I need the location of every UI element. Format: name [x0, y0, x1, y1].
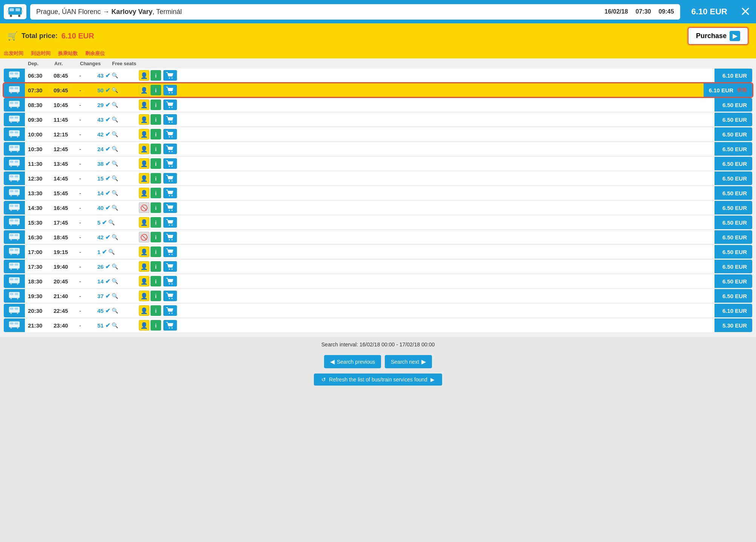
info-icon[interactable]: i	[151, 291, 161, 301]
info-icon[interactable]: i	[151, 247, 161, 257]
info-icon[interactable]: i	[151, 232, 161, 242]
route-row[interactable]: 11:30 13:45 - 38 ✔ 🔍 👤 i 6.50 EUR	[4, 157, 752, 170]
row-arr: 09:45	[54, 87, 79, 93]
check-icon: ✔	[105, 190, 110, 197]
search-icon[interactable]: 🔍	[112, 322, 118, 328]
refresh-label: Refresh the list of bus/train services f…	[329, 377, 427, 383]
search-icon[interactable]: 🔍	[112, 175, 118, 181]
route-row[interactable]: 13:30 15:45 - 14 ✔ 🔍 👤 i 6.50 EUR	[4, 186, 752, 200]
price-annotation: 价格	[737, 87, 747, 93]
info-icon[interactable]: i	[151, 188, 161, 198]
route-row[interactable]: 12:30 14:45 - 15 ✔ 🔍 👤 i 6.50 EUR	[4, 171, 752, 185]
search-icon[interactable]: 🔍	[112, 190, 118, 196]
route-row[interactable]: 16:30 18:45 - 42 ✔ 🔍 🚫 i 6.50 EUR	[4, 230, 752, 244]
search-icon[interactable]: 🔍	[112, 234, 118, 240]
refresh-bar: ↺ Refresh the list of bus/train services…	[0, 371, 756, 388]
search-icon[interactable]: 🔍	[112, 131, 118, 137]
search-icon[interactable]: 🔍	[112, 116, 118, 122]
info-icon[interactable]: i	[151, 114, 161, 125]
search-icon[interactable]: 🔍	[112, 72, 118, 78]
row-bus-icon	[4, 216, 25, 229]
row-actions: 👤 i	[139, 217, 161, 228]
add-to-cart-button[interactable]	[163, 158, 177, 169]
info-icon[interactable]: i	[151, 173, 161, 184]
svg-point-20	[17, 77, 18, 79]
search-icon[interactable]: 🔍	[112, 102, 118, 108]
info-icon[interactable]: i	[151, 158, 161, 169]
header-bar: Prague, ÚAN Florenc → Karlovy Vary, Term…	[0, 0, 756, 23]
search-icon[interactable]: 🔍	[108, 249, 115, 255]
svg-rect-17	[10, 72, 13, 75]
add-to-cart-button[interactable]	[163, 100, 177, 110]
info-icon[interactable]: i	[151, 305, 161, 316]
route-row[interactable]: 21:30 23:40 - 51 ✔ 🔍 👤 i 5.30 EUR	[4, 318, 752, 332]
add-to-cart-button[interactable]	[163, 202, 177, 213]
add-to-cart-button[interactable]	[163, 261, 177, 272]
info-icon[interactable]: i	[151, 129, 161, 139]
purchase-button[interactable]: Purchase ▶	[688, 27, 748, 45]
info-icon[interactable]: i	[151, 276, 161, 286]
route-row[interactable]: 17:00 19:15 - 1 ✔ 🔍 👤 i 6.50 EUR	[4, 245, 752, 259]
svg-point-104	[17, 254, 18, 255]
row-actions: 🚫 i	[139, 202, 161, 213]
search-icon[interactable]: 🔍	[112, 146, 118, 152]
add-to-cart-button[interactable]	[163, 114, 177, 125]
row-price: 6.50 EUR	[715, 201, 752, 214]
close-button[interactable]	[739, 5, 752, 19]
refresh-button[interactable]: ↺ Refresh the list of bus/train services…	[314, 374, 442, 386]
add-to-cart-button[interactable]	[163, 320, 177, 331]
add-to-cart-button[interactable]	[163, 188, 177, 198]
search-icon[interactable]: 🔍	[112, 205, 118, 211]
add-to-cart-button[interactable]	[163, 129, 177, 139]
add-to-cart-button[interactable]	[163, 232, 177, 242]
route-row[interactable]: 09:30 11:45 - 43 ✔ 🔍 👤 i 6.50 EUR	[4, 113, 752, 126]
row-arr: 14:45	[54, 175, 79, 182]
route-row[interactable]: 20:30 22:45 - 45 ✔ 🔍 👤 i 6.10 EUR	[4, 304, 752, 317]
row-main: 12:30 14:45 - 15 ✔ 🔍 👤 i	[25, 171, 715, 185]
add-to-cart-button[interactable]	[163, 217, 177, 228]
info-icon[interactable]: i	[151, 202, 161, 213]
search-icon[interactable]: 🔍	[112, 278, 118, 284]
info-icon[interactable]: i	[151, 100, 161, 110]
info-icon[interactable]: i	[151, 144, 161, 154]
row-changes: -	[79, 102, 97, 108]
add-to-cart-button[interactable]	[163, 247, 177, 257]
info-icon[interactable]: i	[151, 70, 161, 81]
row-actions: 👤 i	[139, 247, 161, 257]
route-row[interactable]: 10:00 12:15 - 42 ✔ 🔍 👤 i 6.50 EUR	[4, 127, 752, 141]
add-to-cart-button[interactable]	[163, 85, 177, 95]
info-icon[interactable]: i	[151, 85, 161, 95]
search-icon[interactable]: 🔍	[112, 308, 118, 314]
route-row[interactable]: 10:30 12:45 - 24 ✔ 🔍 👤 i 6.50 EUR	[4, 142, 752, 156]
svg-point-84	[169, 210, 170, 211]
route-row[interactable]: 17:30 19:40 - 26 ✔ 🔍 👤 i 6.50 EUR	[4, 260, 752, 273]
info-icon[interactable]: i	[151, 320, 161, 331]
route-row[interactable]: 08:30 10:45 - 29 ✔ 🔍 👤 i 6.50 EUR	[4, 98, 752, 112]
route-row[interactable]: 07:30 09:45 - 50 ✔ 🔍 👤 i 6.10 EUR价格	[4, 83, 752, 97]
info-icon[interactable]: i	[151, 217, 161, 228]
route-row[interactable]: 06:30 08:45 - 43 ✔ 🔍 👤 i 6.10 EUR	[4, 69, 752, 82]
add-to-cart-button[interactable]	[163, 70, 177, 81]
add-to-cart-button[interactable]	[163, 291, 177, 301]
add-to-cart-button[interactable]	[163, 276, 177, 286]
search-icon[interactable]: 🔍	[112, 293, 118, 299]
add-to-cart-button[interactable]	[163, 144, 177, 154]
route-row[interactable]: 19:30 21:40 - 37 ✔ 🔍 👤 i 6.50 EUR	[4, 289, 752, 303]
add-to-cart-button[interactable]	[163, 305, 177, 316]
search-icon[interactable]: 🔍	[112, 263, 118, 269]
route-row[interactable]: 15:30 17:45 - 5 ✔ 🔍 👤 i 6.50 EUR	[4, 216, 752, 229]
col-header-arr: Arr.	[54, 61, 80, 66]
svg-rect-59	[10, 161, 13, 163]
search-icon[interactable]: 🔍	[112, 87, 118, 93]
search-icon[interactable]: 🔍	[108, 219, 115, 225]
info-icon[interactable]: i	[151, 261, 161, 272]
svg-point-50	[172, 136, 173, 138]
search-next-button[interactable]: Search next ▶	[385, 355, 432, 368]
route-row[interactable]: 18:30 20:45 - 14 ✔ 🔍 👤 i 6.50 EUR	[4, 274, 752, 288]
svg-point-21	[169, 78, 170, 79]
add-to-cart-button[interactable]	[163, 173, 177, 184]
total-price: 6.10 EUR	[61, 32, 94, 40]
search-prev-button[interactable]: ◀ Search previous	[324, 355, 381, 368]
route-row[interactable]: 14:30 16:45 - 40 ✔ 🔍 🚫 i 6.50 EUR	[4, 201, 752, 214]
search-icon[interactable]: 🔍	[112, 161, 118, 167]
